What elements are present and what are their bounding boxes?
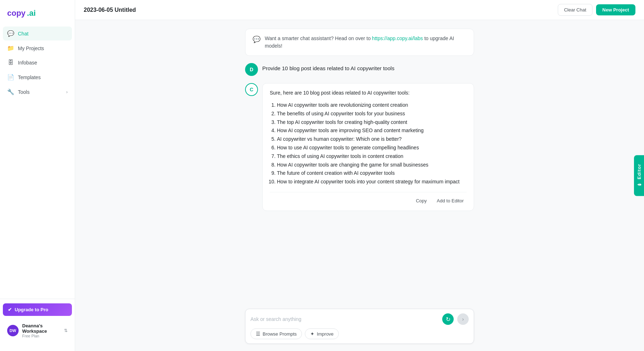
clear-chat-button[interactable]: Clear Chat bbox=[558, 4, 592, 16]
list-item: The top AI copywriter tools for creating… bbox=[277, 118, 467, 127]
bubble-actions: Copy Add to Editor bbox=[270, 192, 467, 205]
banner-text: Want a smarter chat assistant? Head on o… bbox=[265, 35, 467, 50]
sidebar-bottom: ✔ Upgrade to Pro DW Deanna's Workspace F… bbox=[0, 299, 75, 345]
ai-intro: Sure, here are 10 blog post ideas relate… bbox=[270, 89, 467, 97]
workspace-name: Deanna's Workspace bbox=[22, 323, 60, 334]
user-message-row: D Provide 10 blog post ideas related to … bbox=[245, 63, 474, 76]
page-title: 2023-06-05 Untitled bbox=[84, 7, 136, 13]
upgrade-button[interactable]: ✔ Upgrade to Pro bbox=[3, 303, 72, 316]
projects-icon: 📁 bbox=[7, 45, 14, 52]
list-item: The ethics of using AI copywriter tools … bbox=[277, 152, 467, 161]
list-item: AI copywriter vs human copywriter: Which… bbox=[277, 135, 467, 144]
upgrade-label: Upgrade to Pro bbox=[15, 307, 48, 312]
improve-label: Improve bbox=[317, 331, 333, 337]
info-banner: 💬 Want a smarter chat assistant? Head on… bbox=[245, 29, 474, 56]
ai-list: How AI copywriter tools are revolutioniz… bbox=[270, 101, 467, 186]
input-box: ↻ › ☰ Browse Prompts ✦ Improve bbox=[245, 309, 474, 344]
list-item: The future of content creation with AI c… bbox=[277, 169, 467, 178]
header-actions: Clear Chat New Project bbox=[558, 4, 635, 16]
sidebar-item-infobase[interactable]: 🗄 Infobase bbox=[3, 56, 72, 69]
editor-panel[interactable]: ✏ Editor bbox=[634, 155, 644, 196]
workspace-info: Deanna's Workspace Free Plan bbox=[22, 323, 60, 338]
improve-button[interactable]: ✦ Improve bbox=[305, 328, 339, 339]
chat-icon: 💬 bbox=[7, 30, 14, 37]
header: 2023-06-05 Untitled Clear Chat New Proje… bbox=[75, 0, 644, 20]
workspace-row[interactable]: DW Deanna's Workspace Free Plan ⇅ bbox=[3, 320, 72, 341]
app-logo[interactable]: copy.ai bbox=[0, 6, 75, 27]
editor-panel-label: ✏ Editor bbox=[636, 164, 642, 187]
list-item: How AI copywriter tools are revolutioniz… bbox=[277, 101, 467, 110]
sidebar-item-label: Templates bbox=[18, 74, 41, 80]
sidebar: copy.ai 💬 Chat 📁 My Projects 🗄 Infobase … bbox=[0, 0, 75, 351]
add-to-editor-button[interactable]: Add to Editor bbox=[434, 197, 467, 205]
input-actions-row: ☰ Browse Prompts ✦ Improve bbox=[250, 328, 469, 339]
list-item: How to use AI copywriter tools to genera… bbox=[277, 144, 467, 152]
templates-icon: 📄 bbox=[7, 74, 14, 81]
list-item: How AI copywriter tools are improving SE… bbox=[277, 126, 467, 135]
sidebar-item-chat[interactable]: 💬 Chat bbox=[3, 27, 72, 40]
workspace-plan: Free Plan bbox=[22, 334, 60, 338]
ai-response-row: C Sure, here are 10 blog post ideas rela… bbox=[245, 83, 474, 211]
ai-response-bubble: Sure, here are 10 blog post ideas relate… bbox=[262, 83, 474, 211]
browse-prompts-icon: ☰ bbox=[256, 331, 260, 337]
send-button[interactable]: › bbox=[457, 313, 469, 325]
list-item: How AI copywriter tools are changing the… bbox=[277, 161, 467, 169]
banner-link[interactable]: https://app.copy.ai/labs bbox=[372, 35, 423, 41]
upgrade-icon: ✔ bbox=[8, 307, 12, 312]
list-item: How to integrate AI copywriter tools int… bbox=[277, 178, 467, 186]
input-row: ↻ › bbox=[250, 313, 469, 325]
chevron-right-icon: › bbox=[66, 90, 68, 95]
browse-prompts-button[interactable]: ☰ Browse Prompts bbox=[250, 328, 302, 339]
new-project-button[interactable]: New Project bbox=[596, 4, 635, 15]
user-message-text: Provide 10 blog post ideas related to AI… bbox=[262, 63, 394, 71]
chevron-up-down-icon: ⇅ bbox=[64, 328, 68, 333]
copy-button[interactable]: Copy bbox=[413, 197, 429, 205]
infobase-icon: 🗄 bbox=[7, 59, 14, 66]
message-icon: 💬 bbox=[253, 35, 260, 43]
sidebar-item-tools[interactable]: 🔧 Tools › bbox=[3, 85, 72, 99]
chat-area: 💬 Want a smarter chat assistant? Head on… bbox=[75, 20, 644, 304]
sidebar-item-my-projects[interactable]: 📁 My Projects bbox=[3, 41, 72, 55]
sidebar-item-label: Infobase bbox=[18, 60, 37, 66]
ai-avatar: C bbox=[245, 83, 258, 96]
chat-input[interactable] bbox=[250, 316, 439, 322]
sidebar-item-label: Chat bbox=[18, 31, 29, 37]
chat-container: 💬 Want a smarter chat assistant? Head on… bbox=[245, 29, 474, 218]
refresh-button[interactable]: ↻ bbox=[442, 313, 454, 325]
sidebar-item-label: Tools bbox=[18, 89, 30, 95]
avatar: DW bbox=[7, 325, 19, 336]
browse-prompts-label: Browse Prompts bbox=[263, 331, 297, 337]
sidebar-item-templates[interactable]: 📄 Templates bbox=[3, 70, 72, 84]
sidebar-item-label: My Projects bbox=[18, 45, 44, 51]
chat-bottom: ↻ › ☰ Browse Prompts ✦ Improve bbox=[75, 304, 644, 351]
logo-dot: .ai bbox=[27, 9, 35, 18]
list-item: The benefits of using AI copywriter tool… bbox=[277, 110, 467, 118]
improve-icon: ✦ bbox=[310, 331, 314, 337]
user-avatar: D bbox=[245, 63, 258, 76]
tools-icon: 🔧 bbox=[7, 88, 14, 95]
main-content: 2023-06-05 Untitled Clear Chat New Proje… bbox=[75, 0, 644, 351]
sidebar-nav: 💬 Chat 📁 My Projects 🗄 Infobase 📄 Templa… bbox=[0, 27, 75, 299]
